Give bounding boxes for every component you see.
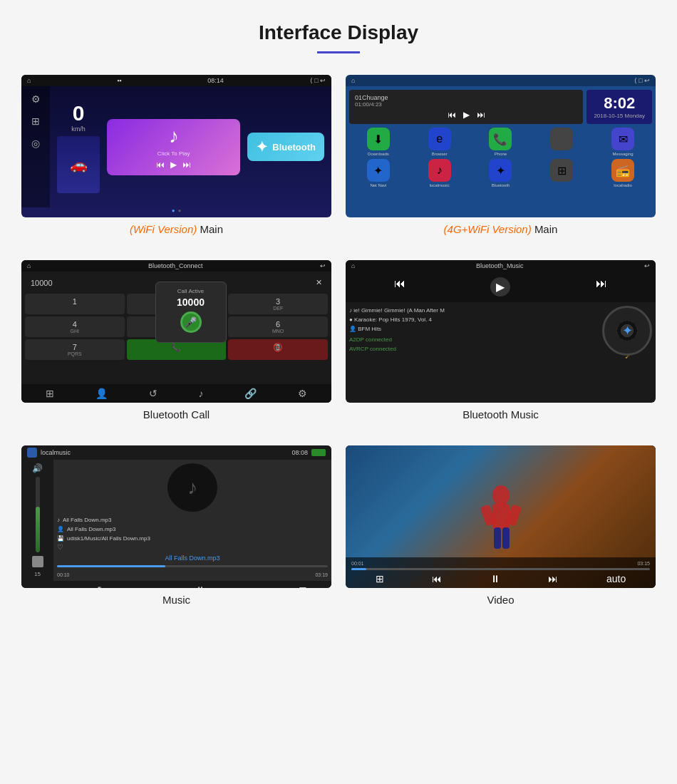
s3-grid-icon[interactable]: ⊞ — [46, 388, 54, 399]
s2-play-icon[interactable]: ▶ — [463, 110, 470, 120]
s5-equalizer-icon[interactable]: ⊞ — [299, 584, 307, 588]
app-messaging-label: Messaging — [613, 152, 634, 156]
gear-icon[interactable]: ⚙ — [31, 93, 41, 105]
track3-icon: 👤 — [349, 326, 356, 332]
s2-next-icon[interactable]: ⏭ — [477, 110, 485, 120]
app-localmusic[interactable]: ♪ localmusic — [410, 159, 469, 187]
bt-music-screen: ⌂ Bluetooth_Music ↩ ⏮ ▶ ⏭ ♪ ie! Gimmie! … — [346, 260, 656, 403]
s1-status-icons: ▪▪ — [117, 77, 121, 84]
prev-icon[interactable]: ⏮ — [156, 160, 165, 170]
bluetooth-card[interactable]: ✦ Bluetooth — [247, 133, 324, 161]
clear-icon[interactable]: ✕ — [316, 278, 322, 287]
s6-next-icon[interactable]: ⏭ — [548, 573, 558, 584]
music-file-1: ♪ All Falls Down.mp3 — [57, 515, 328, 525]
app-downloads[interactable]: ⬇ Downloads — [349, 128, 408, 156]
s4-next-icon[interactable]: ⏭ — [596, 277, 607, 296]
s4-back-icon[interactable]: ↩ — [644, 262, 650, 269]
app-netnavi[interactable]: ✦ Net Navi — [349, 159, 408, 187]
s4-prev-icon[interactable]: ⏮ — [394, 277, 405, 296]
wifi-main-card: ⌂ ▪▪ 08:14 ⟨ □ ↩ ⚙ ⊞ ◎ 0 km/h — [21, 75, 331, 246]
s5-battery-icon — [311, 449, 326, 456]
s2-prev-icon[interactable]: ⏮ — [448, 110, 456, 120]
s2-apps-row1: ⬇ Downloads e Browser 📞 Phone — [349, 128, 652, 156]
dial-7[interactable]: 7PQRS — [25, 339, 125, 360]
phone-icon: 📞 — [493, 133, 507, 146]
app-browser[interactable]: e Browser — [410, 128, 469, 156]
s6-prev-icon[interactable]: ⏮ — [432, 573, 442, 584]
s5-pause-icon[interactable]: ⏸ — [195, 584, 205, 588]
browser-icon: e — [436, 133, 443, 145]
s5-prev-icon[interactable]: ⏮ — [143, 584, 153, 588]
s2-music-bar: 01Chuange 01:00/4:23 ⏮ ▶ ⏭ — [349, 90, 583, 124]
s2-music-ctrl[interactable]: ⏮ ▶ ⏭ — [355, 110, 577, 120]
vinyl-bt-icon: ✦ — [622, 323, 633, 339]
s4-track2: ● Karaoke: Pop Hits 1979, Vol. 4 — [349, 315, 596, 324]
music-controls[interactable]: ⏮ ▶ ⏭ — [113, 160, 234, 170]
grid-icon[interactable]: ⊞ — [31, 115, 40, 127]
video-content-svg — [472, 474, 529, 559]
video-label: Video — [346, 588, 656, 617]
s6-time-end: 03:15 — [637, 561, 650, 566]
music-file-3: 💾 udisk1/Music/All Falls Down.mp3 — [57, 534, 328, 543]
speed-value: 0 — [71, 101, 86, 125]
s4-track1: ♪ ie! Gimmie! Gimmie! (A Man After M — [349, 306, 596, 315]
file2-icon: 👤 — [57, 526, 64, 532]
s2-nav-icons: ⟨ □ ↩ — [634, 77, 650, 84]
s5-main: ♪ ♪ All Falls Down.mp3 👤 All Falls Down.… — [53, 460, 331, 581]
s1-topbar: ⌂ ▪▪ 08:14 ⟨ □ ↩ — [21, 75, 331, 86]
dial-3[interactable]: 3DEF — [228, 294, 328, 314]
s3-music-icon[interactable]: ♪ — [198, 388, 203, 399]
dial-6[interactable]: 6MNO — [228, 316, 328, 337]
s3-contact-icon[interactable]: 👤 — [95, 388, 108, 399]
app-phone[interactable]: 📞 Phone — [472, 128, 530, 156]
click-to-play-label: Click To Play — [113, 150, 234, 157]
s3-link-icon[interactable]: 🔗 — [244, 388, 257, 399]
next-icon[interactable]: ⏭ — [182, 160, 191, 170]
s4-play-icon[interactable]: ▶ — [490, 277, 510, 296]
time-end: 03:19 — [315, 572, 328, 577]
track1-icon: ♪ — [349, 307, 352, 314]
music-screen: localmusic 08:08 🔊 15 — [21, 445, 331, 588]
s5-repeat-icon[interactable]: ↺ — [93, 584, 102, 588]
s6-progress-bar[interactable] — [351, 568, 650, 570]
circle-icon[interactable]: ◎ — [31, 138, 40, 149]
s2-datetime: 8:02 2018-10-15 Monday — [586, 90, 652, 124]
video-screen: 00:01 03:15 ⊞ ⏮ ⏸ ⏭ auto — [346, 445, 656, 588]
app-dots[interactable]: ⊞ — [532, 159, 591, 187]
s6-pause-icon[interactable]: ⏸ — [490, 573, 500, 584]
title-underline — [317, 51, 360, 53]
dial-4[interactable]: 4GHI — [25, 316, 125, 337]
mic-button[interactable]: 🎤 — [180, 311, 202, 333]
svg-rect-1 — [492, 504, 510, 529]
s3-recent-icon[interactable]: ↺ — [149, 388, 157, 399]
s6-equalizer-icon[interactable]: ⊞ — [376, 573, 384, 584]
bluetooth-label: Bluetooth — [272, 142, 316, 153]
app-messaging[interactable]: ✉ Messaging — [594, 128, 652, 156]
app-browser-label: Browser — [432, 152, 448, 156]
track2-icon: ● — [349, 316, 353, 323]
bt-call-screen: ⌂ Bluetooth_Connect ↩ 10000 ✕ 1 2ABC 3DE… — [21, 260, 331, 403]
s5-list-icon[interactable]: ≡ — [46, 584, 51, 588]
app-localradio-label: localradio — [614, 183, 632, 187]
app-localradio[interactable]: 📻 localradio — [594, 159, 652, 187]
end-call-icon: 📵 — [273, 343, 283, 351]
music-card[interactable]: ♪ Click To Play ⏮ ▶ ⏭ — [107, 119, 240, 175]
s3-back-icon[interactable]: ↩ — [320, 262, 326, 269]
s5-next-icon[interactable]: ⏭ — [247, 584, 257, 588]
favorite-icon[interactable]: ♡ — [57, 543, 328, 551]
dial-1[interactable]: 1 — [25, 294, 125, 314]
s4-screen-title: Bluetooth_Music — [476, 262, 524, 269]
bt-call-label: Bluetooth Call — [21, 403, 331, 431]
app-bluetooth[interactable]: ✦ Bluetooth — [472, 159, 530, 187]
music-progress-bar[interactable] — [57, 565, 328, 567]
s3-settings-icon[interactable]: ⚙ — [298, 388, 307, 399]
dial-end[interactable]: 📵 — [228, 339, 328, 360]
play-icon[interactable]: ▶ — [170, 160, 177, 170]
volume-bar[interactable] — [36, 477, 40, 552]
app-bluetooth-label: Bluetooth — [492, 183, 510, 187]
wifi-version-label: (WiFi Version) — [130, 223, 197, 235]
volume-handle[interactable] — [32, 556, 43, 567]
message-icon: ✉ — [619, 133, 628, 146]
s3-topbar: ⌂ Bluetooth_Connect ↩ — [21, 260, 331, 272]
file1-name: All Falls Down.mp3 — [63, 517, 111, 523]
